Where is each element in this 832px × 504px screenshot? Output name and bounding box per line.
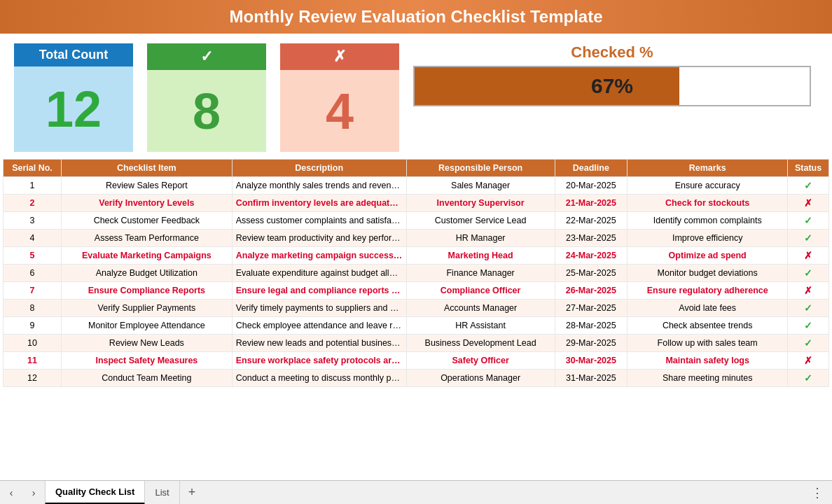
cell-serial: 6	[4, 265, 62, 282]
unchecked-count-box: ✗ 4	[280, 43, 399, 152]
cell-description: Assess customer complaints and satisfact…	[232, 212, 406, 230]
unchecked-label: ✗	[280, 43, 399, 70]
table-row: 2 Verify Inventory Levels Confirm invent…	[4, 195, 829, 212]
checked-label: ✓	[147, 43, 266, 70]
cell-deadline: 27-Mar-2025	[555, 300, 628, 317]
cell-deadline: 24-Mar-2025	[555, 247, 628, 265]
cell-item: Review Sales Report	[62, 177, 233, 195]
cell-person: Compliance Officer	[406, 282, 555, 300]
cell-description: Analyze monthly sales trends and revenue…	[232, 177, 406, 195]
cell-item: Inspect Safety Measures	[62, 352, 233, 370]
cell-description: Confirm inventory levels are adequate fo…	[232, 195, 406, 212]
col-remarks: Remarks	[628, 160, 788, 177]
cell-deadline: 30-Mar-2025	[555, 352, 628, 370]
table-row: 10 Review New Leads Review new leads and…	[4, 335, 829, 352]
status-check-icon: ✓	[804, 320, 812, 331]
cell-deadline: 21-Mar-2025	[555, 195, 628, 212]
cell-remarks: Check for stockouts	[628, 195, 788, 212]
cell-description: Check employee attendance and leave reco…	[232, 317, 406, 335]
cell-description: Ensure legal and compliance reports are …	[232, 282, 406, 300]
cell-person: Customer Service Lead	[406, 212, 555, 230]
cell-person: HR Manager	[406, 230, 555, 247]
percent-label: Checked %	[413, 43, 811, 62]
total-count-label: Total Count	[14, 43, 133, 66]
total-count-value: 12	[14, 66, 133, 152]
status-check-icon: ✓	[804, 232, 812, 244]
cell-status: ✓	[788, 177, 829, 195]
cell-remarks: Ensure regulatory adherence	[628, 282, 788, 300]
cell-serial: 8	[4, 300, 62, 317]
cell-item: Monitor Employee Attendance	[62, 317, 233, 335]
prev-sheet-button[interactable]: ‹	[0, 481, 22, 505]
cell-serial: 11	[4, 352, 62, 370]
next-sheet-button[interactable]: ›	[22, 481, 45, 505]
cell-description: Evaluate expenditure against budget allo…	[232, 265, 406, 282]
cell-remarks: Optimize ad spend	[628, 247, 788, 265]
cell-item: Assess Team Performance	[62, 230, 233, 247]
cell-description: Analyze marketing campaign success and R…	[232, 247, 406, 265]
table-row: 9 Monitor Employee Attendance Check empl…	[4, 317, 829, 335]
cell-person: Business Development Lead	[406, 335, 555, 352]
table-row: 8 Verify Supplier Payments Verify timely…	[4, 300, 829, 317]
cell-serial: 5	[4, 247, 62, 265]
percent-box: Checked % 67%	[413, 43, 818, 106]
total-count-box: Total Count 12	[14, 43, 133, 152]
cell-status: ✓	[788, 212, 829, 230]
cell-serial: 7	[4, 282, 62, 300]
table-row: 11 Inspect Safety Measures Ensure workpl…	[4, 352, 829, 370]
cell-status: ✓	[788, 335, 829, 352]
status-cross-icon: ✗	[804, 250, 812, 261]
cell-deadline: 29-Mar-2025	[555, 335, 628, 352]
status-check-icon: ✓	[804, 302, 812, 314]
cell-status: ✗	[788, 352, 829, 370]
col-status: Status	[788, 160, 829, 177]
col-deadline: Deadline	[555, 160, 628, 177]
cell-remarks: Monitor budget deviations	[628, 265, 788, 282]
more-options-icon[interactable]: ⋮	[811, 485, 832, 500]
percent-bar: 67%	[413, 66, 811, 106]
cell-item: Analyze Budget Utilization	[62, 265, 233, 282]
cell-status: ✗	[788, 247, 829, 265]
cell-remarks: Avoid late fees	[628, 300, 788, 317]
cell-item: Check Customer Feedback	[62, 212, 233, 230]
status-check-icon: ✓	[804, 215, 812, 226]
cell-item: Ensure Compliance Reports	[62, 282, 233, 300]
cell-serial: 2	[4, 195, 62, 212]
sheet-tab-quality[interactable]: Quality Check List	[45, 481, 145, 505]
cell-deadline: 22-Mar-2025	[555, 212, 628, 230]
cell-serial: 9	[4, 317, 62, 335]
cell-status: ✓	[788, 317, 829, 335]
sheet-tab-list[interactable]: List	[145, 481, 179, 505]
cell-status: ✓	[788, 300, 829, 317]
status-cross-icon: ✗	[804, 285, 812, 296]
cell-serial: 1	[4, 177, 62, 195]
table-row: 4 Assess Team Performance Review team pr…	[4, 230, 829, 247]
cell-serial: 3	[4, 212, 62, 230]
cell-person: Safety Officer	[406, 352, 555, 370]
cell-person: Accounts Manager	[406, 300, 555, 317]
cell-item: Conduct Team Meeting	[62, 370, 233, 387]
cell-serial: 4	[4, 230, 62, 247]
cell-deadline: 20-Mar-2025	[555, 177, 628, 195]
cell-remarks: Improve efficiency	[628, 230, 788, 247]
cell-item: Verify Supplier Payments	[62, 300, 233, 317]
cell-description: Conduct a meeting to discuss monthly pro…	[232, 370, 406, 387]
cell-serial: 10	[4, 335, 62, 352]
table-row: 5 Evaluate Marketing Campaigns Analyze m…	[4, 247, 829, 265]
cell-description: Verify timely payments to suppliers and …	[232, 300, 406, 317]
cell-serial: 12	[4, 370, 62, 387]
status-check-icon: ✓	[804, 372, 812, 384]
cell-deadline: 26-Mar-2025	[555, 282, 628, 300]
status-cross-icon: ✗	[804, 355, 812, 366]
add-sheet-button[interactable]: +	[180, 481, 204, 505]
table-row: 7 Ensure Compliance Reports Ensure legal…	[4, 282, 829, 300]
cell-description: Review team productivity and key perform…	[232, 230, 406, 247]
cell-description: Ensure workplace safety protocols are fo…	[232, 352, 406, 370]
checked-value: 8	[147, 70, 266, 152]
cell-item: Review New Leads	[62, 335, 233, 352]
cell-remarks: Follow up with sales team	[628, 335, 788, 352]
cell-status: ✗	[788, 195, 829, 212]
cell-deadline: 31-Mar-2025	[555, 370, 628, 387]
stats-row: Total Count 12 ✓ 8 ✗ 4 Checked % 67%	[0, 34, 832, 159]
cell-remarks: Identify common complaints	[628, 212, 788, 230]
